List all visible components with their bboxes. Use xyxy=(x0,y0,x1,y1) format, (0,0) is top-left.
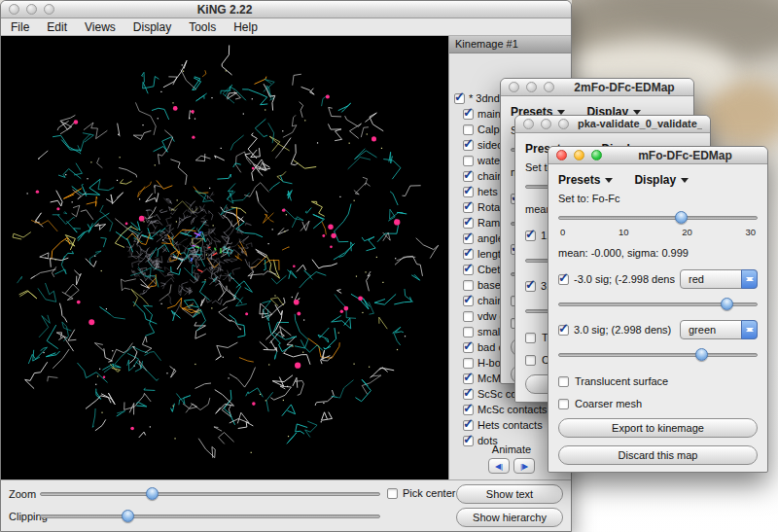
zoom-slider[interactable] xyxy=(40,485,380,503)
group-checkbox[interactable] xyxy=(463,389,474,400)
minimize-button[interactable] xyxy=(541,119,551,129)
pka-titlebar[interactable]: pka-validate_0_validate_1_ma... xyxy=(515,116,710,133)
neg-sigma-checkbox[interactable] xyxy=(558,274,569,285)
coarser-mesh-checkbox[interactable] xyxy=(558,399,569,409)
chevron-down-icon xyxy=(605,178,613,187)
zoom-button[interactable] xyxy=(558,119,569,129)
translucent-checkbox[interactable] xyxy=(525,333,536,343)
presets-menu[interactable]: Presets xyxy=(558,173,613,187)
translucent-checkbox[interactable] xyxy=(558,376,569,387)
coarser-mesh-label: Coarser mesh xyxy=(575,398,642,409)
pos-sigma-slider[interactable] xyxy=(558,346,758,364)
group-checkbox[interactable] xyxy=(463,405,474,415)
window-title: pka-validate_0_validate_1_ma... xyxy=(578,118,702,129)
group-checkbox[interactable] xyxy=(463,311,474,322)
molecule-viewport[interactable] xyxy=(1,36,448,479)
bottom-controls: Zoom Pick center Show text Clipping Show… xyxy=(1,479,572,532)
show-hierarchy-button[interactable]: Show hierarchy xyxy=(456,508,563,527)
menu-edit[interactable]: Edit xyxy=(47,20,67,34)
group-checkbox[interactable] xyxy=(463,420,474,431)
edmap2-titlebar[interactable]: 2mFo-DFc-EDMap xyxy=(501,79,693,96)
clipping-slider-thumb[interactable] xyxy=(122,510,134,522)
group-checkbox[interactable] xyxy=(463,124,474,135)
menu-tools[interactable]: Tools xyxy=(189,20,216,34)
menu-help[interactable]: Help xyxy=(233,20,258,34)
level-slider[interactable] xyxy=(558,209,758,227)
zoom-button[interactable] xyxy=(591,150,602,160)
king-window: KiNG 2.22 File Edit Views Display Tools … xyxy=(0,0,572,532)
discard-button[interactable]: Discard this map xyxy=(558,445,758,465)
menu-file[interactable]: File xyxy=(11,20,29,34)
window-title: KiNG 2.22 xyxy=(1,3,448,17)
pick-center-row: Pick center xyxy=(387,487,455,499)
slider-thumb[interactable] xyxy=(695,348,708,361)
neg-sigma-slider[interactable] xyxy=(558,296,758,313)
group-checkbox[interactable] xyxy=(463,187,474,197)
minimize-button[interactable] xyxy=(574,150,584,160)
menu-display[interactable]: Display xyxy=(133,20,171,34)
zoom-label: Zoom xyxy=(9,488,36,500)
display-menu[interactable]: Display xyxy=(634,173,689,187)
edmap1-titlebar[interactable]: mFo-DFc-EDMap xyxy=(548,147,767,164)
group-checkbox[interactable] xyxy=(463,296,474,306)
show-text-button[interactable]: Show text xyxy=(456,484,563,504)
group-checkbox[interactable] xyxy=(463,280,474,291)
pos-sigma-row: 3.0 sig; (2.998 dens) green xyxy=(558,319,758,340)
minimize-button[interactable] xyxy=(526,82,537,92)
display-menu-label: Display xyxy=(634,173,676,187)
group-checkbox[interactable] xyxy=(463,265,474,275)
export-button[interactable]: Export to kinemage xyxy=(558,418,758,438)
group-checkbox[interactable] xyxy=(463,218,474,229)
slider-groove xyxy=(40,492,380,496)
group-checkbox[interactable] xyxy=(463,109,474,120)
close-button[interactable] xyxy=(523,119,534,129)
coarser-mesh-checkbox[interactable] xyxy=(525,355,536,366)
group-checkbox[interactable] xyxy=(463,202,474,213)
group-checkbox[interactable] xyxy=(463,171,474,182)
group-checkbox[interactable] xyxy=(463,358,474,369)
menu-views[interactable]: Views xyxy=(85,20,116,34)
molecule-canvas[interactable] xyxy=(1,36,446,478)
pos-sigma-checkbox[interactable] xyxy=(525,281,536,292)
zoom-slider-thumb[interactable] xyxy=(146,487,159,500)
pick-center-checkbox[interactable] xyxy=(387,488,398,499)
clipping-slider[interactable] xyxy=(40,508,380,525)
dropdown-value: red xyxy=(689,273,704,285)
slider-tick-labels: 0 10 20 30 xyxy=(558,227,758,237)
neg-sigma-checkbox[interactable] xyxy=(525,231,536,241)
presets-menu-label: Presets xyxy=(558,173,600,187)
group-checkbox[interactable] xyxy=(463,233,474,244)
slider-thumb[interactable] xyxy=(721,298,733,310)
tick-label: 0 xyxy=(560,227,565,237)
group-checkbox[interactable] xyxy=(463,156,474,166)
map-stats: mean: -0.000, sigma: 0.999 xyxy=(558,247,758,260)
wallpaper-rock-detail xyxy=(702,80,778,148)
group-checkbox[interactable] xyxy=(463,249,474,260)
screen: KiNG 2.22 File Edit Views Display Tools … xyxy=(0,0,778,532)
close-button[interactable] xyxy=(556,150,567,160)
group-checkbox[interactable] xyxy=(463,327,474,337)
slider-thumb[interactable] xyxy=(675,211,688,224)
set-to-label: Set to: Fo-Fc xyxy=(558,193,758,205)
group-checkbox[interactable] xyxy=(463,373,474,384)
king-titlebar[interactable]: KiNG 2.22 xyxy=(1,1,571,18)
translucent-row: Translucent surface xyxy=(558,374,758,388)
close-button[interactable] xyxy=(509,82,519,92)
tick-label: 10 xyxy=(619,227,629,237)
pos-color-dropdown[interactable]: green xyxy=(680,320,758,339)
group-label: hets xyxy=(477,186,498,197)
zoom-button[interactable] xyxy=(544,82,554,92)
edmap1-window: mFo-DFc-EDMap Presets Display Set to: Fo… xyxy=(548,146,768,473)
dropdown-arrows-icon xyxy=(741,320,758,339)
group-checkbox[interactable] xyxy=(463,342,474,353)
dropdown-arrows-icon xyxy=(741,269,758,289)
neg-color-dropdown[interactable]: red xyxy=(680,269,758,289)
pos-sigma-checkbox[interactable] xyxy=(558,325,569,336)
coarser-row: Coarser mesh xyxy=(558,397,758,410)
group-checkbox[interactable] xyxy=(463,140,474,151)
animate-prev-button[interactable]: ◀| xyxy=(488,458,510,474)
group-checkbox[interactable] xyxy=(454,93,465,104)
animate-next-button[interactable]: |▶ xyxy=(513,458,535,474)
kinemage-panel-header[interactable]: Kinemage #1 xyxy=(449,36,572,53)
tick-label: 30 xyxy=(745,227,756,237)
